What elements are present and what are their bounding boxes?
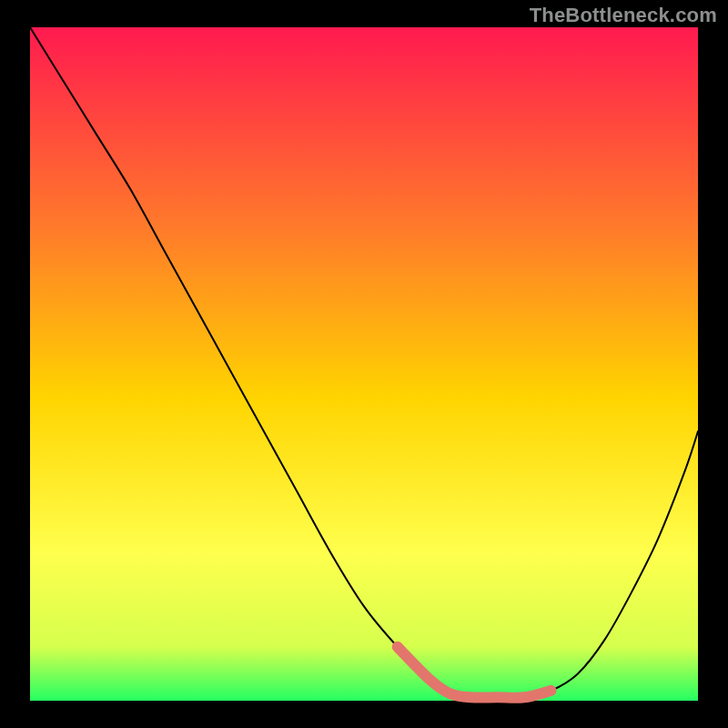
chart-root: TheBottleneck.com xyxy=(0,0,728,728)
gradient-plot-area xyxy=(30,27,698,701)
bottleneck-chart xyxy=(0,0,728,728)
watermark-text: TheBottleneck.com xyxy=(530,4,717,27)
